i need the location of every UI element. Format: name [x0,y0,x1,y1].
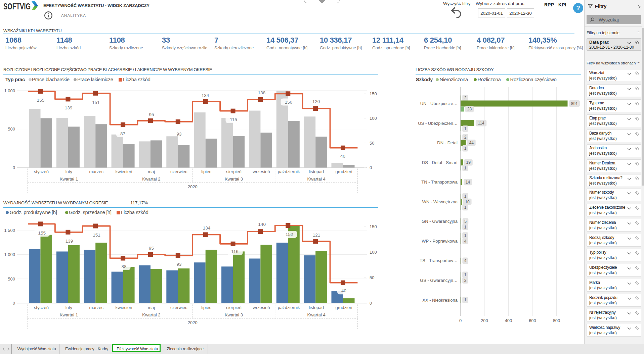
svg-text:14: 14 [466,180,470,185]
svg-text:GN - Gwarancyjna: GN - Gwarancyjna [422,219,458,224]
svg-text:140: 140 [258,222,266,227]
svg-text:0: 0 [13,301,15,306]
svg-text:1 500: 1 500 [4,228,15,233]
svg-text:87: 87 [120,131,125,136]
svg-text:styczeń: styczeń [34,169,49,174]
svg-text:40: 40 [340,154,345,159]
svg-text:Kwartał 2: Kwartał 2 [142,312,160,317]
svg-text:134: 134 [202,93,209,98]
svg-text:116: 116 [231,249,239,254]
svg-text:891: 891 [571,101,578,106]
svg-text:0: 0 [370,165,372,170]
svg-text:1: 1 [464,194,467,199]
svg-text:155: 155 [38,231,46,236]
svg-text:4: 4 [464,258,467,263]
svg-text:600: 600 [529,318,536,323]
svg-text:150: 150 [370,224,377,229]
svg-text:2020: 2020 [188,320,198,325]
svg-text:155: 155 [37,98,45,103]
svg-text:wrzesień: wrzesień [252,305,270,310]
svg-text:kwiecień: kwiecień [116,169,132,174]
svg-text:1 000: 1 000 [4,88,15,93]
svg-text:sierpień: sierpień [226,169,242,174]
svg-text:500: 500 [8,127,15,132]
svg-text:kwiecień: kwiecień [116,305,132,310]
svg-text:800: 800 [553,318,560,323]
svg-text:139: 139 [66,239,73,244]
svg-text:1: 1 [464,272,467,277]
svg-text:Kwartał 3: Kwartał 3 [225,176,243,182]
svg-text:1: 1 [464,205,467,210]
svg-text:88: 88 [121,264,126,269]
svg-text:50: 50 [370,141,374,146]
svg-text:Kwartał 1: Kwartał 1 [60,176,78,182]
svg-text:4: 4 [464,239,467,244]
svg-text:1: 1 [464,225,467,230]
svg-text:maj: maj [148,305,155,310]
svg-text:5: 5 [464,219,467,224]
svg-text:93: 93 [176,262,181,267]
svg-text:Kwartał 1: Kwartał 1 [60,312,78,317]
svg-text:DN - Detal: DN - Detal [437,140,458,145]
svg-text:październik: październik [278,305,300,310]
svg-text:100: 100 [370,116,377,121]
svg-text:GS - Gwarancyjn…: GS - Gwarancyjn… [420,278,458,283]
svg-text:134: 134 [203,225,211,231]
svg-text:19: 19 [466,160,471,165]
svg-text:listopad: listopad [309,169,324,174]
svg-text:1: 1 [464,298,467,302]
svg-text:150: 150 [370,91,377,96]
svg-text:styczeń: styczeń [34,305,49,310]
svg-text:SOFTVIG: SOFTVIG [3,1,31,11]
svg-text:200: 200 [481,318,488,323]
svg-text:XX - Nieokreślona: XX - Nieokreślona [422,298,458,303]
svg-text:93: 93 [176,132,181,137]
svg-text:UN - Ubezpiecze…: UN - Ubezpiecze… [420,101,458,106]
svg-text:1: 1 [464,127,467,131]
svg-text:115: 115 [230,117,237,122]
svg-text:400: 400 [505,318,512,323]
svg-text:WN - Wewnętrzna: WN - Wewnętrzna [422,199,458,204]
svg-text:marzec: marzec [89,305,103,310]
svg-text:151: 151 [92,100,100,105]
svg-text:44: 44 [469,141,474,145]
svg-text:50: 50 [370,275,374,280]
svg-text:28: 28 [467,107,472,111]
svg-text:luty: luty [66,169,73,174]
svg-text:40: 40 [341,288,346,293]
svg-text:grudzień: grudzień [336,169,352,174]
svg-text:lipiec: lipiec [201,169,211,174]
svg-text:152: 152 [286,232,293,237]
svg-text:Kwartał 4: Kwartał 4 [307,312,325,317]
svg-text:czerwiec: czerwiec [170,305,187,310]
svg-text:wrzesień: wrzesień [252,169,270,174]
svg-text:1 000: 1 000 [4,252,15,257]
svg-text:Kwartał 2: Kwartał 2 [142,176,160,182]
svg-text:500: 500 [8,276,15,282]
svg-text:139: 139 [65,105,73,110]
svg-text:150: 150 [285,100,293,105]
svg-text:2: 2 [464,278,467,283]
svg-text:TN - Transportowa: TN - Transportowa [421,180,458,185]
svg-text:listopad: listopad [309,305,324,310]
svg-text:114: 114 [478,121,484,125]
svg-text:październik: październik [278,169,300,174]
svg-text:1: 1 [464,233,467,238]
svg-text:0: 0 [459,318,462,323]
svg-text:151: 151 [93,233,100,238]
svg-text:Kwartał 3: Kwartał 3 [225,312,243,317]
svg-text:US - Ubezpieczen…: US - Ubezpieczen… [418,121,458,126]
svg-text:maj: maj [148,169,155,174]
svg-text:0: 0 [13,165,15,170]
svg-text:2020: 2020 [188,184,198,189]
svg-text:95: 95 [149,112,154,117]
svg-text:marzec: marzec [89,169,103,174]
svg-text:121: 121 [313,233,320,238]
svg-text:2: 2 [464,96,467,100]
svg-text:100: 100 [370,250,377,255]
svg-text:0: 0 [370,301,372,306]
svg-text:WP - Poprawkowa: WP - Poprawkowa [422,239,458,244]
svg-text:2: 2 [464,135,467,140]
svg-text:lipiec: lipiec [201,305,211,310]
svg-text:120: 120 [312,99,320,104]
